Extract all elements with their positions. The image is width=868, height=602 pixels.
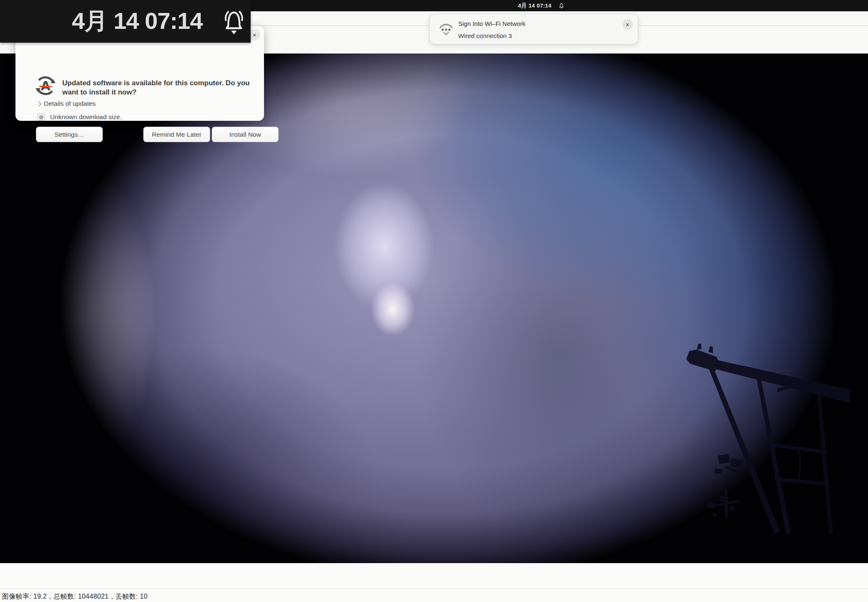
install-now-button[interactable]: Install Now	[212, 127, 279, 142]
chevron-right-icon	[36, 102, 41, 106]
bottom-panel: 图像帧率: 19.2，总帧数: 10448021，丢帧数: 10	[0, 563, 868, 602]
notification-title: Sign Into Wi–Fi Network	[458, 20, 525, 27]
instrument-mast-structure	[0, 54, 868, 563]
settings-button[interactable]: Settings…	[36, 127, 103, 142]
wifi-sign-in-icon	[439, 23, 454, 36]
magnifier-overlay: 4月 14 07:14	[0, 0, 251, 43]
details-expander[interactable]: Details of updates	[37, 99, 96, 108]
status-bar: 图像帧率: 19.2，总帧数: 10448021，丢帧数: 10	[0, 588, 868, 602]
download-emblem-icon	[37, 113, 45, 121]
bell-icon	[222, 7, 246, 37]
top-bar-clock[interactable]: 4月 14 07:14	[518, 0, 564, 11]
camera-feed	[0, 54, 868, 563]
top-bar-clock-text: 4月 14 07:14	[518, 2, 551, 10]
download-size-row: Unknown download size.	[37, 113, 122, 121]
remind-me-later-button[interactable]: Remind Me Later	[143, 127, 210, 142]
details-expander-label: Details of updates	[44, 100, 96, 107]
notification-body: Wired connection 3	[458, 32, 512, 39]
download-size-label: Unknown download size.	[50, 113, 122, 121]
dialog-close-button[interactable]: ×	[249, 29, 260, 41]
dialog-title: Updated software is available for this c…	[62, 79, 268, 97]
frame-rate-status-text: 图像帧率: 19.2，总帧数: 10448021，丢帧数: 10	[2, 592, 147, 601]
software-updater-icon: A	[35, 75, 56, 97]
wifi-notification[interactable]: Sign Into Wi–Fi Network Wired connection…	[429, 14, 638, 44]
notification-close-button[interactable]: ×	[622, 19, 633, 30]
magnifier-clock-text: 4月 14 07:14	[72, 5, 203, 37]
bell-icon	[558, 2, 564, 9]
